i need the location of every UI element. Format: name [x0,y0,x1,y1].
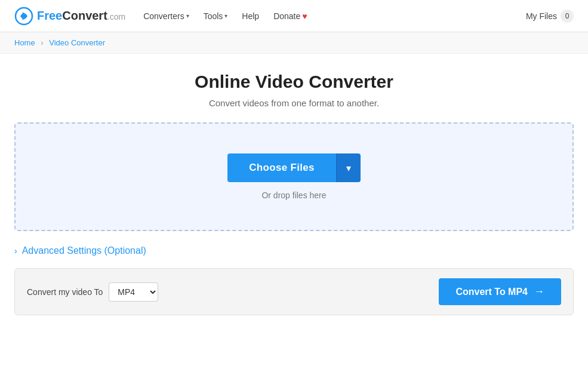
drop-zone[interactable]: Choose Files ▾ Or drop files here [14,122,574,231]
arrow-right-icon: → [534,285,544,298]
breadcrumb-separator: › [41,38,43,47]
convert-button-label: Convert To MP4 [455,287,528,297]
heart-icon: ♥ [302,11,307,21]
convert-label-text: Convert my video To [27,287,103,297]
advanced-settings-toggle[interactable]: › Advanced Settings (Optional) [14,245,574,256]
convert-button[interactable]: Convert To MP4 → [439,278,561,305]
format-select[interactable]: MP4 AVI MKV MOV WMV FLV WebM 3GP [109,282,158,302]
choose-files-dropdown-button[interactable]: ▾ [336,153,361,182]
page-title: Online Video Converter [14,72,574,92]
drop-hint: Or drop files here [261,190,326,200]
breadcrumb-current: Video Converter [49,38,105,47]
my-files[interactable]: My Files 0 [526,10,574,23]
main-nav: Converters ▾ Tools ▾ Help Donate ♥ [143,11,526,21]
choose-files-button[interactable]: Choose Files [227,153,335,182]
breadcrumb: Home › Video Converter [0,32,588,54]
convert-bar: Convert my video To MP4 AVI MKV MOV WMV … [14,268,574,315]
logo[interactable]: FreeConvert.com [14,7,125,26]
logo-text: FreeConvert.com [37,9,125,23]
nav-help[interactable]: Help [242,11,259,21]
nav-donate[interactable]: Donate ♥ [273,11,307,21]
choose-files-btn-group: Choose Files ▾ [227,153,360,182]
advanced-settings: › Advanced Settings (Optional) [14,245,574,256]
chevron-right-icon: › [14,246,17,256]
my-files-label: My Files [526,11,557,21]
logo-icon [14,7,33,26]
nav-tools[interactable]: Tools ▾ [204,11,228,21]
main-content: Online Video Converter Convert videos fr… [0,54,588,333]
chevron-down-icon: ▾ [346,162,351,174]
tools-chevron-icon: ▾ [224,13,227,19]
converters-chevron-icon: ▾ [186,13,189,19]
advanced-settings-label: Advanced Settings (Optional) [22,245,146,256]
nav-converters[interactable]: Converters ▾ [143,11,189,21]
page-subtitle: Convert videos from one format to anothe… [14,98,574,108]
header: FreeConvert.com Converters ▾ Tools ▾ Hel… [0,0,588,32]
convert-label: Convert my video To MP4 AVI MKV MOV WMV … [27,282,158,302]
breadcrumb-home[interactable]: Home [14,38,35,47]
my-files-count: 0 [561,10,574,23]
